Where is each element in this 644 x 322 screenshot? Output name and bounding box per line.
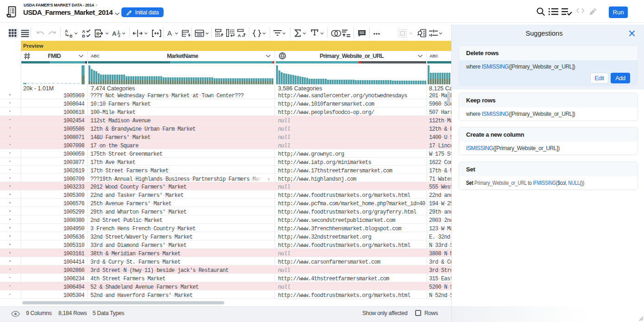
svg-text:A: A <box>112 30 117 37</box>
svg-text:B: B <box>82 33 85 38</box>
svg-text:B: B <box>96 31 100 36</box>
svg-text:2: 2 <box>118 34 120 38</box>
svg-text:A: A <box>238 33 241 38</box>
svg-text:B: B <box>69 34 73 38</box>
svg-text:A: A <box>65 29 68 33</box>
svg-text:A: A <box>167 29 172 37</box>
svg-text:1: 1 <box>118 30 120 34</box>
